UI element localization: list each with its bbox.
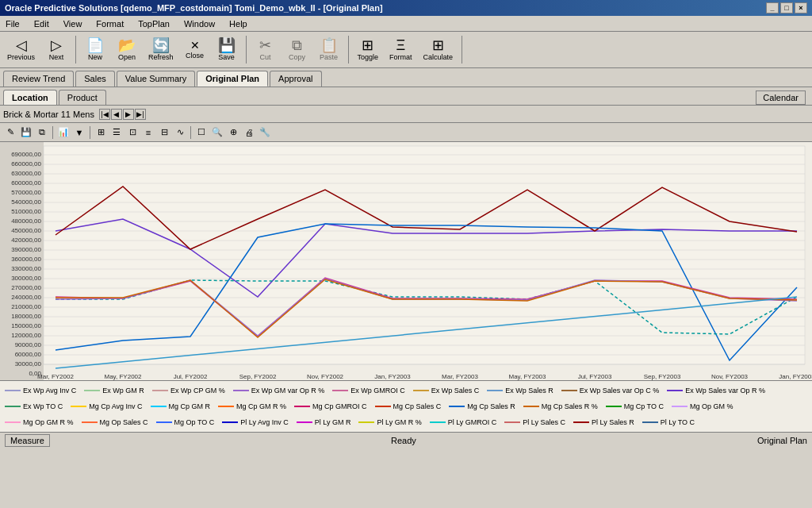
chart-tool-save[interactable]: 💾 — [19, 125, 33, 140]
plan-nav-first[interactable]: |◀ — [99, 109, 110, 120]
plan-nav-prev[interactable]: ◀ — [111, 109, 122, 120]
tab-sales[interactable]: Sales — [75, 71, 115, 87]
toggle-button[interactable]: ⊞ Toggle — [354, 36, 383, 64]
plan-name-status: Original Plan — [757, 436, 807, 445]
legend-label-5: Ex Wp Sales C — [431, 387, 480, 394]
menu-topplan[interactable]: TopPlan — [136, 18, 172, 29]
legend-label-24: Pl Ly GM R % — [377, 418, 421, 426]
chart-tool-type[interactable]: ▼ — [72, 125, 86, 140]
legend-label-21: Mg Op TO C — [174, 418, 215, 426]
chart-tool-settings[interactable]: 🔧 — [258, 125, 272, 140]
paste-button[interactable]: 📋 Paste — [315, 36, 343, 64]
tab-original-plan[interactable]: Original Plan — [197, 71, 268, 87]
refresh-button[interactable]: 🔄 Refresh — [144, 36, 178, 64]
tabs-row-1: Review Trend Sales Value Summary Origina… — [0, 68, 812, 87]
legend-item-23: Pl Ly GM R — [297, 416, 351, 429]
legend-color-11 — [151, 406, 167, 407]
tab-product[interactable]: Product — [59, 90, 106, 105]
chart-tool-wave[interactable]: ∿ — [173, 125, 187, 140]
cut-button[interactable]: ✂ Cut — [251, 36, 280, 64]
chart-tool-copy[interactable]: ⧉ — [35, 125, 49, 140]
svg-rect-2 — [44, 146, 805, 364]
chart-area: 690000,00 660000,00 630000,00 600000,00 … — [0, 142, 812, 380]
legend-label-20: Mg Op Sales C — [100, 418, 148, 426]
next-button[interactable]: ▷ Next — [42, 36, 71, 64]
tab-location[interactable]: Location — [3, 90, 57, 105]
legend-item-0: Ex Wp Avg Inv C — [5, 383, 76, 397]
copy-button[interactable]: ⧉ Copy — [283, 36, 312, 64]
chart-tool-zoom[interactable]: 🔍 — [210, 125, 224, 140]
status-text: Ready — [391, 436, 416, 445]
format-button[interactable]: Ξ Format — [385, 36, 416, 64]
legend-label-8: Ex Wp Sales var Op R % — [685, 387, 765, 394]
close-window-button[interactable]: × — [795, 2, 807, 13]
legend-color-27 — [573, 421, 589, 423]
menu-window[interactable]: Window — [182, 18, 217, 29]
chart-tool-edit[interactable]: ✎ — [3, 125, 17, 140]
calculate-button[interactable]: ⊞ Calculate — [419, 36, 458, 64]
open-button[interactable]: 📂 Open — [113, 36, 141, 64]
tab-approval[interactable]: Approval — [270, 71, 321, 87]
plan-nav-last[interactable]: ▶| — [135, 109, 146, 120]
menu-help[interactable]: Help — [227, 18, 250, 29]
chart-tool-list[interactable]: ☰ — [109, 125, 124, 140]
chart-tool-box[interactable]: ☐ — [194, 125, 209, 140]
legend-label-4: Ex Wp GMROI C — [350, 387, 405, 394]
legend-color-2 — [152, 390, 168, 391]
calendar-button[interactable]: Calendar — [756, 90, 806, 105]
legend-item-12: Mg Cp GM R % — [218, 399, 286, 413]
legend-label-28: Pl Ly TO C — [661, 418, 695, 426]
tab-value-summary[interactable]: Value Summary — [117, 71, 195, 87]
legend-label-23: Pl Ly GM R — [315, 418, 351, 426]
close-button[interactable]: ✕ Close — [181, 37, 209, 62]
chart-tool-lines[interactable]: ≡ — [141, 125, 155, 140]
svg-text:Sep, FY2002: Sep, FY2002 — [239, 373, 277, 380]
new-icon: 📄 — [86, 38, 104, 52]
title-bar-buttons: _ □ × — [766, 2, 807, 13]
nav-group: ◁ Previous ▷ Next — [3, 36, 76, 64]
chart-tool-table[interactable]: ⊡ — [125, 125, 140, 140]
menu-edit[interactable]: Edit — [32, 18, 52, 29]
plan-nav-next[interactable]: ▶ — [123, 109, 134, 120]
svg-text:60000,00: 60000,00 — [15, 351, 42, 358]
legend-item-10: Mg Cp Avg Inv C — [71, 399, 142, 413]
legend-color-16 — [523, 406, 539, 407]
chart-tool-sep2 — [90, 126, 90, 139]
legend-color-26 — [504, 421, 520, 423]
toggle-icon: ⊞ — [362, 38, 373, 52]
legend-color-9 — [5, 406, 21, 407]
chart-tool-grid[interactable]: ⊞ — [94, 125, 108, 140]
tab-review-trend[interactable]: Review Trend — [3, 71, 74, 87]
legend-label-27: Pl Ly Sales R — [592, 418, 634, 426]
chart-tool-print[interactable]: 🖨 — [242, 125, 256, 140]
maximize-button[interactable]: □ — [780, 2, 793, 13]
svg-text:Mar, FY2002: Mar, FY2002 — [37, 373, 74, 380]
chart-tool-minus[interactable]: ⊟ — [157, 125, 171, 140]
menu-file[interactable]: File — [3, 18, 22, 29]
legend-color-19 — [5, 421, 21, 423]
svg-text:May, FY2003: May, FY2003 — [509, 373, 547, 380]
chart-tool-bar[interactable]: 📊 — [56, 125, 71, 140]
legend-item-13: Mg Cp GMROI C — [294, 399, 367, 413]
measure-button[interactable]: Measure — [5, 434, 50, 447]
legend-color-1 — [84, 390, 100, 391]
legend-color-15 — [449, 406, 465, 407]
save-button[interactable]: 💾 Save — [213, 36, 241, 64]
svg-text:330000,00: 330000,00 — [11, 265, 41, 272]
menu-format[interactable]: Format — [94, 18, 126, 29]
chart-tool-zoom-in[interactable]: ⊕ — [226, 125, 240, 140]
svg-text:540000,00: 540000,00 — [11, 198, 41, 206]
legend-item-21: Mg Op TO C — [156, 416, 215, 429]
previous-icon: ◁ — [16, 38, 27, 52]
legend-item-3: Ex Wp GM var Op R % — [233, 383, 325, 397]
minimize-button[interactable]: _ — [766, 2, 779, 13]
file-group: 📄 New 📂 Open 🔄 Refresh ✕ Close 💾 Save — [81, 36, 247, 64]
previous-button[interactable]: ◁ Previous — [3, 36, 39, 64]
title-bar: Oracle Predictive Solutions [qdemo_MFP_c… — [0, 0, 812, 16]
svg-text:270000,00: 270000,00 — [11, 284, 41, 291]
legend-color-5 — [413, 390, 429, 391]
svg-text:360000,00: 360000,00 — [11, 256, 41, 263]
svg-text:Jan, FY2003: Jan, FY2003 — [779, 373, 812, 380]
menu-view[interactable]: View — [61, 18, 85, 29]
new-button[interactable]: 📄 New — [81, 36, 109, 64]
